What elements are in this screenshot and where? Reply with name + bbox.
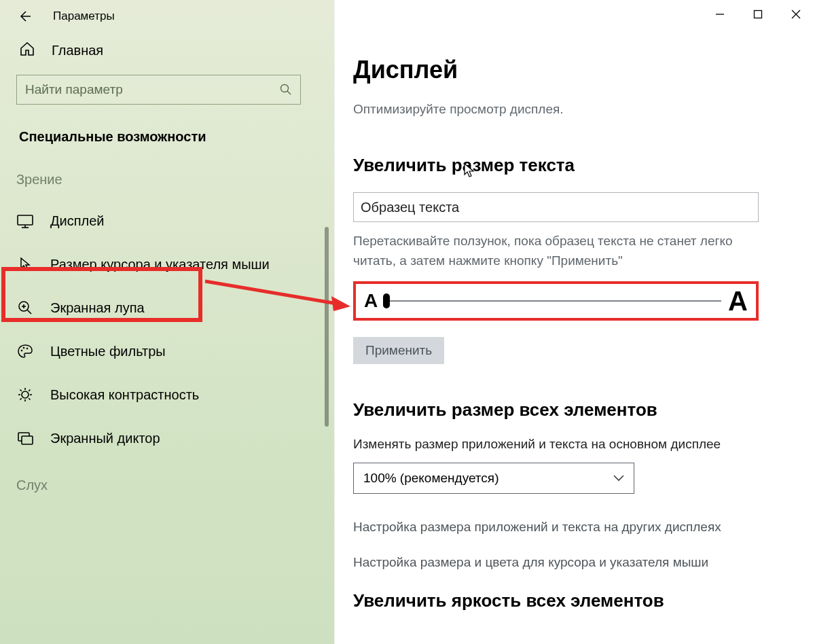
slider-min-label: A (364, 290, 378, 312)
maximize-button[interactable] (739, 0, 777, 29)
group-hearing-label: Слух (0, 478, 334, 505)
slider-hint-text: Перетаскивайте ползунок, пока образец те… (353, 232, 761, 270)
svg-line-6 (27, 310, 31, 314)
nav-item-color-filters-label: Цветные фильтры (50, 344, 166, 359)
close-button[interactable] (777, 0, 815, 29)
apply-button[interactable]: Применить (353, 337, 444, 364)
svg-rect-24 (755, 11, 762, 18)
section-all-size-title: Увеличить размер всех элементов (353, 399, 788, 421)
nav-home-label: Главная (52, 43, 103, 58)
svg-point-11 (26, 348, 29, 350)
main-content: Дисплей Оптимизируйте просмотр дисплея. … (334, 0, 815, 644)
svg-rect-22 (22, 436, 33, 444)
section-text-size-title: Увеличить размер текста (353, 155, 788, 176)
narrator-icon (16, 430, 34, 446)
scale-dropdown-value: 100% (рекомендуется) (363, 471, 499, 486)
section-title: Специальные возможности (0, 129, 334, 172)
text-sample-box: Образец текста (353, 192, 759, 222)
svg-line-18 (29, 398, 30, 399)
nav-item-magnifier[interactable]: Экранная лупа (0, 286, 334, 329)
nav-item-magnifier-label: Экранная лупа (50, 300, 145, 316)
slider-track[interactable] (384, 300, 721, 302)
nav-item-color-filters[interactable]: Цветные фильтры (0, 329, 334, 373)
link-other-displays[interactable]: Настройка размера приложений и текста на… (353, 520, 788, 535)
arrow-left-icon (18, 10, 31, 23)
palette-icon (16, 343, 34, 359)
minimize-button[interactable] (701, 0, 739, 29)
svg-line-20 (29, 390, 30, 391)
search-icon (280, 84, 292, 96)
svg-line-1 (287, 91, 291, 94)
group-vision-label: Зрение (0, 172, 334, 200)
search-box[interactable] (16, 75, 301, 105)
close-icon (791, 10, 801, 19)
cursor-icon (16, 256, 34, 272)
text-size-slider[interactable]: A A (353, 281, 759, 321)
nav-item-cursor-label: Размер курсора и указателя мыши (50, 257, 270, 272)
svg-point-9 (21, 350, 23, 352)
svg-point-10 (23, 347, 25, 349)
svg-point-12 (22, 391, 29, 398)
chevron-down-icon (613, 475, 624, 482)
display-icon (16, 215, 34, 228)
minimize-icon (715, 10, 725, 19)
contrast-icon (16, 387, 34, 403)
sidebar: Параметры Главная Специальные возможност… (0, 0, 334, 644)
nav-item-high-contrast-label: Высокая контрастность (50, 387, 199, 403)
titlebar: Параметры (0, 0, 334, 37)
svg-rect-2 (18, 215, 33, 225)
search-input[interactable] (25, 82, 280, 97)
link-cursor-color[interactable]: Настройка размера и цвета для курсора и … (353, 555, 788, 570)
slider-thumb[interactable] (383, 293, 390, 308)
back-button[interactable] (16, 8, 33, 24)
magnifier-icon (16, 300, 34, 316)
page-title: Дисплей (353, 56, 788, 84)
nav-item-display[interactable]: Дисплей (0, 200, 334, 243)
svg-line-17 (20, 390, 22, 391)
svg-point-0 (281, 85, 289, 92)
nav-item-high-contrast[interactable]: Высокая контрастность (0, 373, 334, 416)
scrollbar[interactable] (325, 227, 329, 427)
nav-item-narrator[interactable]: Экранный диктор (0, 416, 334, 460)
scale-description: Изменять размер приложений и текста на о… (353, 437, 788, 452)
mouse-cursor-icon (464, 163, 476, 178)
page-subtitle: Оптимизируйте просмотр дисплея. (353, 102, 788, 117)
home-icon (19, 41, 35, 60)
nav-item-narrator-label: Экранный диктор (50, 431, 160, 446)
nav-item-cursor[interactable]: Размер курсора и указателя мыши (0, 243, 334, 286)
section-brightness-title: Увеличить яркость всех элементов (353, 590, 788, 611)
nav-home[interactable]: Главная (0, 37, 334, 75)
svg-line-19 (20, 398, 22, 399)
slider-max-label: A (728, 286, 748, 317)
scale-dropdown[interactable]: 100% (рекомендуется) (353, 463, 634, 494)
window-title: Параметры (53, 10, 115, 23)
nav-item-display-label: Дисплей (50, 213, 105, 229)
maximize-icon (753, 10, 763, 19)
window-controls (701, 0, 815, 29)
